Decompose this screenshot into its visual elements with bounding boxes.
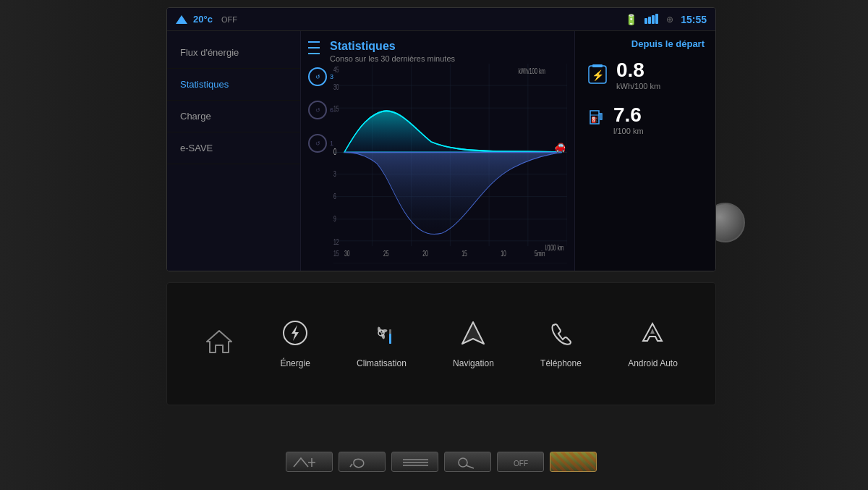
fuel-stat-values: 7.6 l/100 km	[613, 105, 644, 135]
screen-content: Flux d'énergie Statistiques Charge e-SAV…	[167, 31, 715, 271]
top-bar-left: 20°c OFF	[176, 14, 237, 25]
electric-value: 0.8	[616, 60, 660, 80]
fuel-icon: ⛽	[586, 108, 606, 132]
phys-btn-5[interactable]: OFF	[497, 452, 544, 472]
bottom-nav: Énergie Climatisation Navigation	[166, 282, 716, 405]
svg-rect-44	[389, 334, 391, 344]
right-panel	[716, 0, 868, 490]
android-auto-label: Android Auto	[628, 358, 678, 368]
status-label: OFF	[221, 15, 237, 24]
svg-text:15: 15	[461, 250, 467, 258]
svg-text:10: 10	[501, 250, 506, 258]
navigation-icon	[459, 319, 487, 352]
phys-btn-1[interactable]	[286, 452, 333, 472]
svg-text:15: 15	[333, 104, 339, 113]
svg-rect-2	[652, 15, 655, 24]
gps-icon: ⊕	[666, 14, 673, 25]
svg-text:9: 9	[333, 215, 336, 224]
chart-area: Statistiques Conso sur les 30 dernières …	[301, 31, 574, 271]
svg-text:🚗: 🚗	[555, 137, 566, 153]
nav-item-climatisation[interactable]: Climatisation	[346, 312, 417, 376]
left-panel	[0, 0, 166, 490]
main-screen: 20°c OFF 🔋 ⊕ 15:55 Flux d'énergie	[166, 7, 716, 271]
electric-icon: ⚡	[586, 63, 609, 90]
depart-title: Depuis le départ	[586, 38, 705, 49]
climatisation-label: Climatisation	[357, 358, 407, 368]
svg-rect-1	[648, 17, 651, 24]
phys-btn-2[interactable]	[339, 452, 386, 472]
climate-icon	[367, 319, 395, 352]
phys-btn-6[interactable]	[550, 452, 597, 472]
telephone-label: Téléphone	[540, 358, 582, 368]
svg-text:⛽: ⛽	[591, 116, 598, 123]
nav-item-home[interactable]	[194, 320, 244, 368]
energy-icon	[281, 319, 309, 352]
svg-text:30: 30	[333, 83, 339, 91]
clock-display: 15:55	[681, 14, 707, 25]
sidebar-item-statistiques[interactable]: Statistiques	[167, 69, 300, 101]
top-bar-right: 🔋 ⊕ 15:55	[625, 14, 707, 25]
phys-btn-4[interactable]	[444, 452, 491, 472]
energie-label: Énergie	[280, 358, 310, 368]
warning-icon	[176, 15, 187, 24]
nav-item-navigation[interactable]: Navigation	[442, 312, 505, 376]
nav-item-telephone[interactable]: Téléphone	[529, 312, 592, 376]
chart-svg-container: 45 30 15 0 3 6 9 12 15 kWh/100 km	[333, 64, 567, 263]
svg-line-49	[466, 465, 474, 468]
menu-button[interactable]	[308, 40, 320, 56]
left-sidebar: Flux d'énergie Statistiques Charge e-SAV…	[167, 31, 301, 271]
svg-text:12: 12	[333, 237, 339, 246]
navigation-label: Navigation	[453, 358, 494, 368]
chart-header: Statistiques Conso sur les 30 dernières …	[308, 40, 567, 63]
electric-unit: kWh/100 km	[616, 82, 660, 90]
temperature-display: 20°c	[193, 14, 213, 25]
fuel-unit: l/100 km	[613, 127, 644, 135]
signal-icon	[644, 14, 659, 25]
svg-text:20: 20	[422, 250, 428, 258]
svg-text:25: 25	[383, 250, 389, 258]
svg-text:⚡: ⚡	[592, 69, 605, 82]
svg-text:30: 30	[344, 250, 350, 258]
phys-btn-3[interactable]	[391, 452, 438, 472]
svg-rect-38	[592, 64, 603, 67]
sidebar-item-charge[interactable]: Charge	[167, 101, 300, 132]
physical-buttons-row: OFF	[166, 452, 716, 472]
home-icon	[205, 327, 234, 361]
chart-title-block: Statistiques Conso sur les 30 dernières …	[330, 40, 455, 63]
phone-icon	[547, 319, 574, 352]
svg-text:OFF: OFF	[514, 460, 528, 468]
svg-text:15: 15	[333, 250, 339, 258]
android-auto-icon	[639, 319, 666, 352]
fuel-stat-row: ⛽ 7.6 l/100 km	[586, 105, 705, 135]
chart-subtitle: Conso sur les 30 dernières minutes	[330, 54, 455, 63]
right-stats: Depuis le départ ⚡ 0.8 kWh/100 km	[574, 31, 715, 271]
svg-rect-3	[655, 14, 658, 24]
svg-text:kWh/100 km: kWh/100 km	[518, 67, 545, 76]
sidebar-item-esave[interactable]: e-SAVE	[167, 132, 300, 164]
nav-item-android-auto[interactable]: Android Auto	[617, 312, 689, 376]
svg-text:45: 45	[333, 65, 339, 74]
nav-item-energie[interactable]: Énergie	[269, 312, 320, 376]
electric-stat-row: ⚡ 0.8 kWh/100 km	[586, 60, 705, 90]
chart-title: Statistiques	[330, 40, 455, 53]
svg-rect-0	[644, 18, 647, 24]
svg-text:3: 3	[333, 169, 336, 178]
svg-text:0: 0	[333, 147, 337, 156]
sidebar-item-flux[interactable]: Flux d'énergie	[167, 37, 300, 69]
electric-stat-values: 0.8 kWh/100 km	[616, 60, 660, 90]
svg-text:6: 6	[333, 193, 336, 201]
battery-icon: 🔋	[625, 14, 637, 25]
svg-text:5min: 5min	[535, 250, 545, 258]
svg-text:l/100 km: l/100 km	[545, 243, 564, 252]
fuel-value: 7.6	[613, 105, 644, 125]
top-bar: 20°c OFF 🔋 ⊕ 15:55	[167, 8, 715, 31]
